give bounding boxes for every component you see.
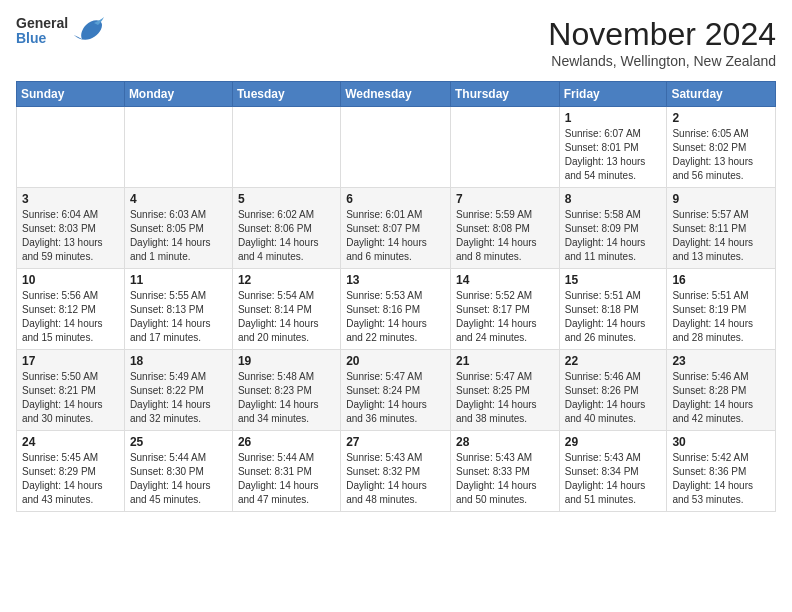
calendar-cell: 7Sunrise: 5:59 AM Sunset: 8:08 PM Daylig…: [450, 188, 559, 269]
calendar-header-sunday: Sunday: [17, 82, 125, 107]
day-info: Sunrise: 5:43 AM Sunset: 8:34 PM Dayligh…: [565, 451, 662, 507]
day-number: 18: [130, 354, 227, 368]
calendar-header-tuesday: Tuesday: [232, 82, 340, 107]
calendar-cell: 19Sunrise: 5:48 AM Sunset: 8:23 PM Dayli…: [232, 350, 340, 431]
calendar-cell: 21Sunrise: 5:47 AM Sunset: 8:25 PM Dayli…: [450, 350, 559, 431]
calendar-cell: 22Sunrise: 5:46 AM Sunset: 8:26 PM Dayli…: [559, 350, 667, 431]
day-info: Sunrise: 5:58 AM Sunset: 8:09 PM Dayligh…: [565, 208, 662, 264]
day-info: Sunrise: 5:43 AM Sunset: 8:32 PM Dayligh…: [346, 451, 445, 507]
calendar-week-row: 17Sunrise: 5:50 AM Sunset: 8:21 PM Dayli…: [17, 350, 776, 431]
calendar-cell: 27Sunrise: 5:43 AM Sunset: 8:32 PM Dayli…: [341, 431, 451, 512]
day-info: Sunrise: 5:55 AM Sunset: 8:13 PM Dayligh…: [130, 289, 227, 345]
day-info: Sunrise: 6:02 AM Sunset: 8:06 PM Dayligh…: [238, 208, 335, 264]
page-header: General Blue November 2024 Newlands, Wel…: [16, 16, 776, 69]
calendar-header-wednesday: Wednesday: [341, 82, 451, 107]
day-info: Sunrise: 5:46 AM Sunset: 8:26 PM Dayligh…: [565, 370, 662, 426]
calendar-cell: 15Sunrise: 5:51 AM Sunset: 8:18 PM Dayli…: [559, 269, 667, 350]
calendar-cell: 13Sunrise: 5:53 AM Sunset: 8:16 PM Dayli…: [341, 269, 451, 350]
day-info: Sunrise: 5:49 AM Sunset: 8:22 PM Dayligh…: [130, 370, 227, 426]
calendar-cell: [450, 107, 559, 188]
day-number: 30: [672, 435, 770, 449]
calendar-cell: 25Sunrise: 5:44 AM Sunset: 8:30 PM Dayli…: [124, 431, 232, 512]
day-info: Sunrise: 5:53 AM Sunset: 8:16 PM Dayligh…: [346, 289, 445, 345]
logo-blue: Blue: [16, 31, 68, 46]
calendar-cell: 10Sunrise: 5:56 AM Sunset: 8:12 PM Dayli…: [17, 269, 125, 350]
calendar-cell: 17Sunrise: 5:50 AM Sunset: 8:21 PM Dayli…: [17, 350, 125, 431]
day-info: Sunrise: 5:46 AM Sunset: 8:28 PM Dayligh…: [672, 370, 770, 426]
day-info: Sunrise: 6:04 AM Sunset: 8:03 PM Dayligh…: [22, 208, 119, 264]
calendar-cell: 11Sunrise: 5:55 AM Sunset: 8:13 PM Dayli…: [124, 269, 232, 350]
day-number: 19: [238, 354, 335, 368]
day-info: Sunrise: 6:07 AM Sunset: 8:01 PM Dayligh…: [565, 127, 662, 183]
day-number: 8: [565, 192, 662, 206]
calendar-header-friday: Friday: [559, 82, 667, 107]
calendar-cell: 2Sunrise: 6:05 AM Sunset: 8:02 PM Daylig…: [667, 107, 776, 188]
calendar-cell: [124, 107, 232, 188]
calendar-cell: 4Sunrise: 6:03 AM Sunset: 8:05 PM Daylig…: [124, 188, 232, 269]
calendar-cell: 30Sunrise: 5:42 AM Sunset: 8:36 PM Dayli…: [667, 431, 776, 512]
calendar-header-row: SundayMondayTuesdayWednesdayThursdayFrid…: [17, 82, 776, 107]
calendar-cell: 18Sunrise: 5:49 AM Sunset: 8:22 PM Dayli…: [124, 350, 232, 431]
day-info: Sunrise: 5:43 AM Sunset: 8:33 PM Dayligh…: [456, 451, 554, 507]
calendar-cell: 29Sunrise: 5:43 AM Sunset: 8:34 PM Dayli…: [559, 431, 667, 512]
calendar-cell: 26Sunrise: 5:44 AM Sunset: 8:31 PM Dayli…: [232, 431, 340, 512]
day-info: Sunrise: 5:45 AM Sunset: 8:29 PM Dayligh…: [22, 451, 119, 507]
calendar-cell: [17, 107, 125, 188]
day-info: Sunrise: 6:05 AM Sunset: 8:02 PM Dayligh…: [672, 127, 770, 183]
day-number: 2: [672, 111, 770, 125]
calendar-header-saturday: Saturday: [667, 82, 776, 107]
day-number: 24: [22, 435, 119, 449]
day-number: 16: [672, 273, 770, 287]
day-number: 13: [346, 273, 445, 287]
calendar-week-row: 1Sunrise: 6:07 AM Sunset: 8:01 PM Daylig…: [17, 107, 776, 188]
day-number: 1: [565, 111, 662, 125]
day-info: Sunrise: 5:48 AM Sunset: 8:23 PM Dayligh…: [238, 370, 335, 426]
calendar-cell: 8Sunrise: 5:58 AM Sunset: 8:09 PM Daylig…: [559, 188, 667, 269]
calendar-cell: 16Sunrise: 5:51 AM Sunset: 8:19 PM Dayli…: [667, 269, 776, 350]
day-number: 3: [22, 192, 119, 206]
logo-bird-icon: [72, 17, 104, 45]
day-number: 28: [456, 435, 554, 449]
day-info: Sunrise: 5:42 AM Sunset: 8:36 PM Dayligh…: [672, 451, 770, 507]
day-number: 27: [346, 435, 445, 449]
calendar-cell: 28Sunrise: 5:43 AM Sunset: 8:33 PM Dayli…: [450, 431, 559, 512]
calendar-cell: 1Sunrise: 6:07 AM Sunset: 8:01 PM Daylig…: [559, 107, 667, 188]
calendar-cell: 5Sunrise: 6:02 AM Sunset: 8:06 PM Daylig…: [232, 188, 340, 269]
day-info: Sunrise: 5:50 AM Sunset: 8:21 PM Dayligh…: [22, 370, 119, 426]
day-number: 9: [672, 192, 770, 206]
calendar-cell: 3Sunrise: 6:04 AM Sunset: 8:03 PM Daylig…: [17, 188, 125, 269]
calendar-cell: 24Sunrise: 5:45 AM Sunset: 8:29 PM Dayli…: [17, 431, 125, 512]
calendar-table: SundayMondayTuesdayWednesdayThursdayFrid…: [16, 81, 776, 512]
logo-text: General Blue: [16, 16, 68, 47]
calendar-cell: [341, 107, 451, 188]
calendar-week-row: 10Sunrise: 5:56 AM Sunset: 8:12 PM Dayli…: [17, 269, 776, 350]
calendar-header-monday: Monday: [124, 82, 232, 107]
day-number: 25: [130, 435, 227, 449]
day-number: 23: [672, 354, 770, 368]
day-number: 17: [22, 354, 119, 368]
day-number: 14: [456, 273, 554, 287]
day-info: Sunrise: 5:56 AM Sunset: 8:12 PM Dayligh…: [22, 289, 119, 345]
day-info: Sunrise: 6:03 AM Sunset: 8:05 PM Dayligh…: [130, 208, 227, 264]
day-info: Sunrise: 5:47 AM Sunset: 8:24 PM Dayligh…: [346, 370, 445, 426]
day-info: Sunrise: 5:47 AM Sunset: 8:25 PM Dayligh…: [456, 370, 554, 426]
calendar-cell: 12Sunrise: 5:54 AM Sunset: 8:14 PM Dayli…: [232, 269, 340, 350]
day-info: Sunrise: 5:57 AM Sunset: 8:11 PM Dayligh…: [672, 208, 770, 264]
day-number: 21: [456, 354, 554, 368]
day-number: 15: [565, 273, 662, 287]
month-title: November 2024: [548, 16, 776, 53]
day-info: Sunrise: 5:54 AM Sunset: 8:14 PM Dayligh…: [238, 289, 335, 345]
calendar-header-thursday: Thursday: [450, 82, 559, 107]
day-number: 29: [565, 435, 662, 449]
day-number: 10: [22, 273, 119, 287]
day-info: Sunrise: 6:01 AM Sunset: 8:07 PM Dayligh…: [346, 208, 445, 264]
calendar-week-row: 24Sunrise: 5:45 AM Sunset: 8:29 PM Dayli…: [17, 431, 776, 512]
day-info: Sunrise: 5:51 AM Sunset: 8:19 PM Dayligh…: [672, 289, 770, 345]
calendar-cell: 9Sunrise: 5:57 AM Sunset: 8:11 PM Daylig…: [667, 188, 776, 269]
logo: General Blue: [16, 16, 104, 47]
calendar-cell: 6Sunrise: 6:01 AM Sunset: 8:07 PM Daylig…: [341, 188, 451, 269]
day-info: Sunrise: 5:44 AM Sunset: 8:30 PM Dayligh…: [130, 451, 227, 507]
day-info: Sunrise: 5:52 AM Sunset: 8:17 PM Dayligh…: [456, 289, 554, 345]
day-number: 4: [130, 192, 227, 206]
day-number: 5: [238, 192, 335, 206]
